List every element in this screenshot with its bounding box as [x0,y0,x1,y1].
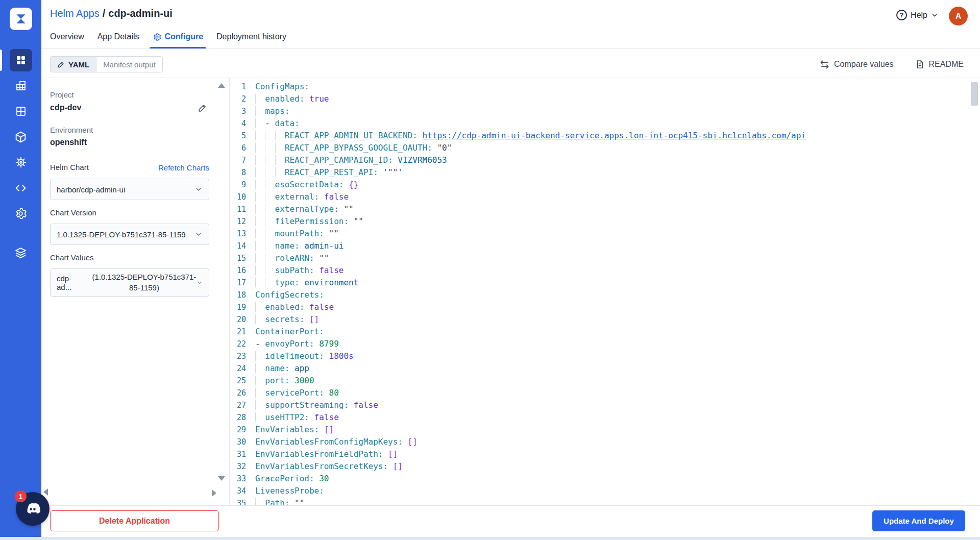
code-line[interactable]: 26 servicePort: 80 [230,387,980,399]
code-line[interactable]: 28 useHTTP2: false [230,411,980,424]
edit-project-button[interactable] [198,103,207,115]
toolbar-actions: Compare values README [820,56,964,72]
code-line[interactable]: 8 REACT_APP_REST_API: '""' [230,166,980,179]
user-avatar[interactable]: A [949,7,968,26]
sidebar-item-global-config[interactable] [10,202,32,225]
code-line[interactable]: 10 external: false [230,191,980,203]
line-number: 20 [230,313,255,326]
code-line[interactable]: 19 enabled: false [230,301,980,313]
line-number: 10 [230,191,255,203]
helm-chart-select[interactable]: harbor/cdp-admin-ui [50,179,209,200]
sidebar-item-helm[interactable] [10,151,32,174]
panel-scroll-down-arrow[interactable] [218,476,225,481]
line-number: 26 [230,387,255,399]
panel-scroll-left-arrow[interactable] [43,488,48,496]
environment-label: Environment [50,126,93,134]
sidebar-item-application-groups[interactable] [10,100,32,122]
code-line[interactable]: 24 name: app [230,362,980,375]
document-icon [915,60,924,69]
chevron-down-icon [194,230,203,238]
code-line[interactable]: 11 externalType: "" [230,203,980,215]
code-line[interactable]: 15 roleARN: "" [230,252,980,264]
line-number: 16 [230,264,255,277]
line-number: 29 [230,424,255,436]
code-lines: 1ConfigMaps:2 enabled: true3 maps:4 - da… [230,81,980,505]
code-icon [14,182,27,194]
code-line[interactable]: 17 type: environment [230,277,980,289]
editor-scrollbar-thumb[interactable] [971,82,978,106]
code-line[interactable]: 2 enabled: true [230,93,980,105]
breadcrumb-separator: / [103,8,106,19]
line-number: 11 [230,203,255,215]
tab-configure[interactable]: Configure [150,32,207,48]
gear-icon [153,33,161,41]
helm-chart-label: Helm Chart [50,163,89,171]
code-line[interactable]: 31EnvVariablesFromFieldPath: [] [230,448,980,460]
code-line[interactable]: 30EnvVariablesFromConfigMapKeys: [] [230,436,980,448]
line-number: 35 [230,497,255,505]
code-line[interactable]: 21ContainerPort: [230,326,980,338]
code-line[interactable]: 33GracePeriod: 30 [230,473,980,485]
line-number: 12 [230,215,255,228]
breadcrumb: Helm Apps/cdp-admin-ui [50,8,173,19]
code-line[interactable]: 25 port: 3000 [230,375,980,387]
tab-overview[interactable]: Overview [47,32,87,48]
refetch-charts-link[interactable]: Refetch Charts [158,163,209,172]
compare-values-button[interactable]: Compare values [820,60,894,69]
delete-application-button[interactable]: Delete Application [50,510,219,531]
code-line[interactable]: 12 filePermission: "" [230,215,980,228]
line-number: 30 [230,436,255,448]
update-and-deploy-button[interactable]: Update And Deploy [872,510,965,531]
code-line[interactable]: 7 REACT_APP_CAMPAIGN_ID: VIZVRM6053 [230,154,980,166]
line-number: 8 [230,166,255,179]
sidebar-item-jobs[interactable] [10,75,32,97]
line-number: 25 [230,375,255,387]
sidebar-item-chart-store[interactable] [10,126,32,148]
code-line[interactable]: 32EnvVariablesFromSecretKeys: [] [230,460,980,473]
code-line[interactable]: 14 name: admin-ui [230,240,980,252]
code-line[interactable]: 20 secrets: [] [230,313,980,326]
code-line[interactable]: 18ConfigSecrets: [230,289,980,301]
help-menu[interactable]: ? Help [896,10,938,20]
readme-button[interactable]: README [915,60,964,69]
panel-scroll-right-arrow[interactable] [212,489,216,497]
line-number: 31 [230,448,255,460]
code-line[interactable]: 9 esoSecretData: {} [230,179,980,191]
code-line[interactable]: 4 - data: [230,117,980,130]
breadcrumb-helm-apps-link[interactable]: Helm Apps [50,8,100,19]
code-line[interactable]: 16 subPath: false [230,264,980,277]
chart-values-select[interactable]: cdp-ad... (1.0.1325-DEPLOY-b751c371-85-1… [50,268,209,297]
panel-scroll-up-arrow[interactable] [218,83,225,88]
yaml-toggle-button[interactable]: YAML [51,57,96,72]
line-number: 22 [230,338,255,350]
sidebar-item-applications[interactable] [10,49,32,71]
sidebar-item-code[interactable] [10,177,32,199]
chart-version-label: Chart Version [50,208,96,217]
chart-version-select[interactable]: 1.0.1325-DEPLOY-b751c371-85-1159 [50,224,209,245]
code-line[interactable]: 6 REACT_APP_BYPASS_GOOGLE_OAUTH: "0" [230,142,980,154]
line-number: 24 [230,362,255,375]
code-line[interactable]: 22- envoyPort: 8799 [230,338,980,350]
chevron-down-icon [197,279,203,287]
app-tabs: Overview App Details Configure Deploymen… [47,32,289,48]
nav-rail [0,0,41,540]
manifest-output-toggle-button[interactable]: Manifest output [96,57,162,72]
line-number: 4 [230,117,255,130]
code-line[interactable]: 35 Path: "" [230,497,980,505]
code-line[interactable]: 27 supportStreaming: false [230,399,980,411]
code-line[interactable]: 1ConfigMaps: [230,81,980,93]
code-line[interactable]: 13 mountPath: "" [230,228,980,240]
code-line[interactable]: 29EnvVariables: [] [230,424,980,436]
yaml-editor[interactable]: 1ConfigMaps:2 enabled: true3 maps:4 - da… [230,78,980,505]
line-number: 2 [230,93,255,105]
tab-deployment-history[interactable]: Deployment history [213,32,289,48]
tab-app-details[interactable]: App Details [94,32,142,48]
code-line[interactable]: 3 maps: [230,105,980,117]
app-logo[interactable] [10,8,32,30]
code-line[interactable]: 5 REACT_APP_ADMIN_UI_BACKEND: https://cd… [230,130,980,142]
code-line[interactable]: 34LivenessProbe: [230,485,980,497]
line-number: 17 [230,277,255,289]
sidebar-item-stack-manager[interactable] [10,241,32,264]
code-line[interactable]: 23 idleTimeout: 1800s [230,350,980,362]
breadcrumb-current-app: cdp-admin-ui [108,8,173,19]
